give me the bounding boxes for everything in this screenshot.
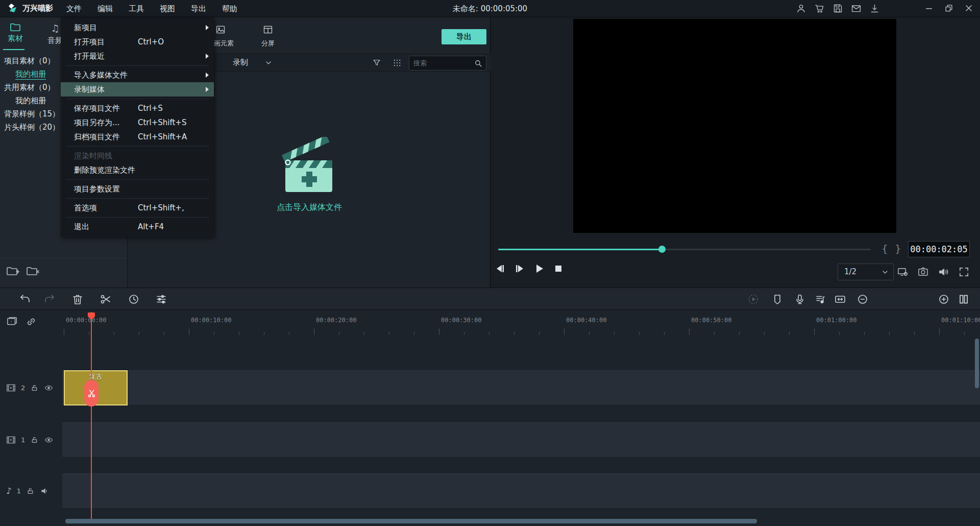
video-track-1-lane[interactable] bbox=[62, 422, 980, 457]
add-to-track-icon[interactable] bbox=[6, 316, 18, 327]
previous-frame-button[interactable] bbox=[494, 262, 506, 275]
undo-icon[interactable] bbox=[19, 293, 31, 305]
ruler-label: 00:00:30:00 bbox=[441, 317, 481, 324]
save-icon[interactable] bbox=[832, 3, 843, 14]
menu-item-project-settings[interactable]: 项目参数设置 bbox=[61, 182, 214, 196]
media-category-dropdown[interactable]: 录制 bbox=[233, 58, 248, 67]
ruler-label: 00:01:00:00 bbox=[816, 317, 856, 324]
timeline-vscrollbar[interactable] bbox=[975, 339, 979, 388]
dual-view-icon[interactable] bbox=[958, 293, 970, 305]
delete-icon[interactable] bbox=[71, 293, 84, 305]
audio-mixer-icon[interactable] bbox=[814, 293, 826, 305]
menu-item-import-media[interactable]: 导入多媒体文件 bbox=[61, 68, 214, 82]
speaker-icon[interactable] bbox=[40, 487, 50, 495]
grid-view-icon[interactable] bbox=[393, 58, 402, 67]
record-voiceover-icon[interactable] bbox=[794, 293, 806, 305]
search-input[interactable] bbox=[413, 58, 470, 68]
search-box bbox=[409, 56, 486, 70]
preview-quality-dropdown[interactable]: 1/2 bbox=[838, 264, 894, 280]
minimize-button[interactable] bbox=[924, 3, 934, 13]
download-icon[interactable] bbox=[869, 3, 880, 14]
menubar-edit[interactable]: 编辑 bbox=[95, 4, 115, 14]
display-settings-icon[interactable] bbox=[897, 266, 909, 278]
menubar-tools[interactable]: 工具 bbox=[127, 4, 146, 14]
tab-media-library[interactable]: 素材 bbox=[0, 22, 31, 43]
menu-item-open-project[interactable]: 打开项目Ctrl+O bbox=[61, 35, 214, 49]
export-button[interactable]: 导出 bbox=[442, 29, 486, 44]
speed-clock-icon[interactable] bbox=[128, 293, 140, 305]
timecode-display[interactable]: 00:00:02:05 bbox=[908, 241, 970, 257]
mark-out-icon[interactable]: } bbox=[895, 243, 901, 255]
split-screen-icon bbox=[263, 25, 273, 35]
account-icon[interactable] bbox=[796, 3, 806, 14]
mail-icon[interactable] bbox=[851, 3, 862, 14]
mark-in-icon[interactable]: { bbox=[881, 243, 888, 255]
menu-item-delete-render-files[interactable]: 删除预览渲染文件 bbox=[61, 163, 214, 177]
eye-icon[interactable] bbox=[44, 436, 54, 444]
zoom-in-icon[interactable] bbox=[938, 293, 950, 305]
video-track-icon bbox=[6, 384, 16, 392]
menu-item-archive-project[interactable]: 归档项目文件Ctrl+Shift+A bbox=[61, 130, 214, 144]
store-cart-icon[interactable] bbox=[814, 3, 825, 14]
link-clips-icon[interactable] bbox=[26, 316, 37, 327]
play-button[interactable] bbox=[533, 262, 545, 275]
menubar-help[interactable]: 帮助 bbox=[220, 4, 239, 14]
menu-item-open-recent[interactable]: 打开最近 bbox=[61, 49, 214, 63]
zoom-out-icon[interactable] bbox=[856, 293, 869, 305]
music-note-icon: ♪ bbox=[6, 486, 12, 496]
menu-item-record-media[interactable]: 录制媒体 bbox=[61, 82, 214, 97]
timeline-hscrollbar[interactable] bbox=[65, 519, 757, 523]
stop-button[interactable] bbox=[552, 262, 565, 275]
menubar-export[interactable]: 导出 bbox=[189, 4, 208, 14]
filter-icon[interactable] bbox=[372, 58, 381, 67]
folder-icon bbox=[10, 22, 21, 32]
volume-icon[interactable] bbox=[938, 266, 949, 278]
snapshot-camera-icon[interactable] bbox=[917, 266, 929, 278]
ruler-label: 00:00:50:00 bbox=[691, 317, 731, 324]
track-header-video-2: 2 bbox=[0, 378, 62, 397]
scissors-icon bbox=[87, 389, 96, 398]
playhead[interactable] bbox=[91, 312, 92, 519]
split-scissors-icon[interactable] bbox=[100, 293, 112, 305]
add-folder-icon[interactable] bbox=[6, 266, 19, 278]
menu-item-save-as[interactable]: 项目另存为...Ctrl+Shift+S bbox=[61, 115, 214, 130]
next-frame-button[interactable] bbox=[513, 262, 526, 275]
menu-item-exit[interactable]: 退出Alt+F4 bbox=[61, 220, 214, 234]
menubar-file[interactable]: 文件 bbox=[64, 4, 84, 14]
adjust-sliders-icon[interactable] bbox=[155, 293, 167, 305]
tab-split-screen[interactable]: 分屏 bbox=[245, 25, 291, 48]
render-preview-icon[interactable] bbox=[747, 293, 760, 305]
track-header-audio-1: ♪ 1 bbox=[0, 482, 62, 500]
redo-icon[interactable] bbox=[43, 293, 56, 305]
restore-button[interactable] bbox=[944, 3, 954, 13]
video-track-2-lane[interactable] bbox=[62, 370, 980, 404]
lock-icon[interactable] bbox=[30, 384, 39, 392]
menu-item-new-project[interactable]: 新项目 bbox=[61, 20, 214, 35]
menubar-view[interactable]: 视图 bbox=[158, 4, 177, 14]
seek-bar[interactable] bbox=[498, 249, 871, 250]
delete-folder-icon[interactable] bbox=[26, 266, 39, 278]
fit-timeline-icon[interactable] bbox=[834, 293, 846, 305]
fullscreen-icon[interactable] bbox=[958, 266, 970, 278]
menu-separator bbox=[66, 217, 209, 218]
lock-icon[interactable] bbox=[26, 487, 35, 495]
music-note-icon: ♫ bbox=[51, 22, 59, 34]
close-button[interactable] bbox=[964, 3, 974, 13]
project-title: 未命名: 00:00:05:00 bbox=[453, 4, 527, 14]
lock-icon[interactable] bbox=[30, 436, 39, 444]
menu-item-preferences[interactable]: 首选项Ctrl+Shift+, bbox=[61, 201, 214, 215]
import-clapperboard-icon[interactable] bbox=[281, 137, 337, 196]
chevron-down-icon[interactable] bbox=[264, 59, 273, 67]
menu-separator bbox=[66, 179, 209, 180]
audio-track-1-lane[interactable] bbox=[62, 473, 980, 508]
search-icon[interactable] bbox=[474, 59, 483, 68]
preview-quality-value: 1/2 bbox=[844, 267, 856, 276]
import-hint-text[interactable]: 点击导入媒体文件 bbox=[233, 202, 386, 213]
seek-handle[interactable] bbox=[658, 246, 666, 253]
menu-item-save-project[interactable]: 保存项目文件Ctrl+S bbox=[61, 101, 214, 115]
marker-icon[interactable] bbox=[771, 293, 783, 305]
eye-icon[interactable] bbox=[44, 384, 54, 392]
cut-scissors-badge[interactable] bbox=[84, 380, 99, 407]
image-icon bbox=[215, 25, 226, 35]
menu-separator bbox=[66, 146, 209, 147]
